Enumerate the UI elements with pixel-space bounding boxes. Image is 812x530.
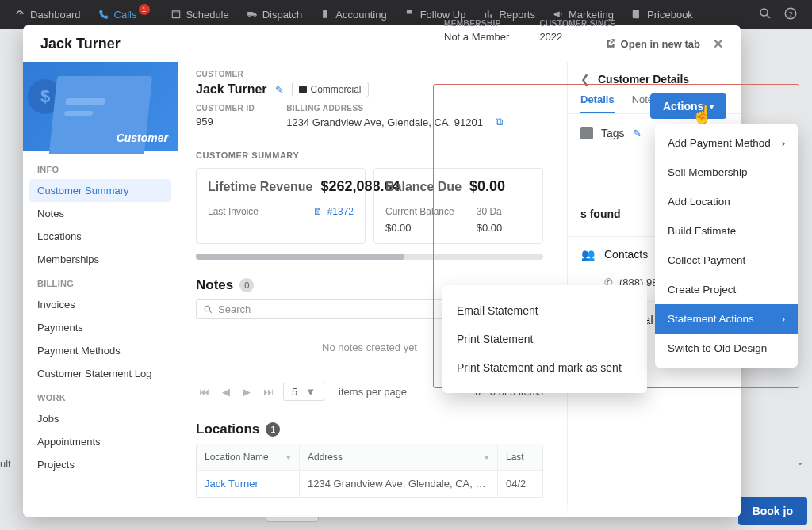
megaphone-icon [553, 9, 564, 20]
customer-name: Jack Turner [196, 82, 267, 97]
search-button[interactable] [758, 6, 772, 23]
help-button[interactable]: ? [783, 6, 798, 23]
search-icon [203, 304, 213, 315]
items-per-page-label: items per page [339, 386, 407, 398]
current-balance-value: $0.00 [385, 222, 454, 234]
sidebar-item-memberships[interactable]: Memberships [23, 248, 178, 271]
customer-since-label: CUSTOMER SINCE [539, 19, 615, 28]
customer-label: CUSTOMER [196, 70, 543, 78]
customer-since-value: 2022 [539, 31, 615, 43]
col-location-name[interactable]: Location Name▾ [197, 444, 300, 470]
chevron-right-icon: › [782, 138, 785, 149]
funnel-icon[interactable]: ▾ [485, 452, 489, 463]
sidebar-item-customer-summary[interactable]: Customer Summary [29, 179, 171, 202]
subaction-print-statement[interactable]: Print Statement [442, 325, 647, 353]
balance-due-value: $0.00 [469, 178, 505, 195]
top-nav: Dashboard Calls1 Schedule Dispatch Accou… [0, 0, 812, 29]
flag-icon [404, 9, 416, 20]
location-last-cell: 04/2 [498, 470, 542, 497]
lifetime-revenue-card: Lifetime Revenue$262,088.64 Last Invoice… [196, 168, 366, 244]
building-icon [299, 86, 307, 93]
customer-header-right: MEMBERSHIP Not a Member CUSTOMER SINCE 2… [444, 19, 615, 43]
truck-icon [247, 9, 258, 20]
calls-badge: 1 [139, 4, 150, 15]
tags-label: Tags [601, 127, 625, 139]
notes-search-input[interactable]: Search [196, 299, 481, 319]
nav-accounting[interactable]: Accounting [320, 9, 386, 21]
sidebar-item-jobs[interactable]: Jobs [23, 407, 178, 430]
notes-count-badge: 0 [239, 278, 254, 292]
last-invoice-link[interactable]: 🗎#1372 [313, 206, 354, 217]
open-in-new-tab[interactable]: Open in new tab [605, 38, 700, 50]
gauge-icon [14, 9, 25, 20]
calendar-icon [170, 9, 182, 20]
locations-table: Location Name▾ Address▾ Last Jack Turner… [196, 444, 543, 498]
sidebar-item-statement-log[interactable]: Customer Statement Log [23, 362, 178, 385]
thirty-day-value: $0.00 [477, 222, 503, 234]
sidebar-item-payments[interactable]: Payments [23, 316, 178, 339]
people-icon: 👥 [580, 248, 595, 261]
nav-pricebook[interactable]: Pricebook [631, 9, 693, 21]
pager-first[interactable]: ⏮ [196, 386, 213, 398]
pager-last[interactable]: ⏭ [260, 386, 277, 398]
customer-modal: Jack Turner Open in new tab ✕ $ Customer… [23, 25, 741, 517]
action-build-estimate[interactable]: Build Estimate [655, 216, 798, 246]
edit-customer-button[interactable]: ✎ [275, 84, 284, 96]
funnel-icon[interactable]: ▾ [286, 452, 291, 463]
action-create-project[interactable]: Create Project [655, 275, 798, 304]
sidebar-item-locations[interactable]: Locations [23, 225, 178, 248]
notes-header: Notes [196, 277, 233, 293]
nav-dashboard[interactable]: Dashboard [14, 9, 81, 21]
sidebar-group-billing: BILLING [23, 271, 178, 293]
nav-dispatch[interactable]: Dispatch [247, 9, 303, 21]
col-address[interactable]: Address▾ [300, 444, 498, 470]
balance-due-card: Balance Due$0.00 Current Balance$0.00 30… [373, 168, 543, 244]
pager-prev[interactable]: ◀ [219, 386, 233, 398]
action-collect-payment[interactable]: Collect Payment [655, 246, 798, 275]
bg-select-caret[interactable]: ⌄ [796, 456, 804, 467]
cursor-icon: ☝️ [691, 105, 713, 125]
clipboard-icon [320, 9, 331, 20]
sidebar-item-appointments[interactable]: Appointments [23, 430, 178, 453]
bg-book-job-button[interactable]: Book jo [738, 497, 807, 525]
statement-actions-submenu: Email Statement Print Statement Print St… [442, 285, 647, 393]
svg-point-0 [760, 9, 768, 16]
action-add-payment-method[interactable]: Add Payment Method› [655, 128, 798, 158]
tab-details[interactable]: Details [580, 93, 615, 113]
col-last[interactable]: Last [498, 444, 542, 470]
table-row[interactable]: Jack Turner 1234 Grandview Ave, Glendale… [197, 470, 542, 497]
details-header: Customer Details [598, 73, 689, 86]
sidebar-group-info: INFO [23, 157, 178, 179]
action-add-location[interactable]: Add Location [655, 187, 798, 216]
bar-chart-icon [483, 9, 494, 20]
pager-next[interactable]: ▶ [239, 386, 254, 398]
actions-button[interactable]: Actions▾ [650, 93, 726, 119]
sidebar-item-notes[interactable]: Notes [23, 202, 178, 225]
subaction-email-statement[interactable]: Email Statement [442, 296, 647, 325]
sidebar-item-projects[interactable]: Projects [23, 453, 178, 476]
close-modal-button[interactable]: ✕ [713, 36, 723, 51]
nav-schedule[interactable]: Schedule [170, 9, 229, 21]
action-sell-membership[interactable]: Sell Membership [655, 158, 798, 187]
notes-search-placeholder: Search [218, 303, 251, 315]
customer-type-chip: Commercial [292, 82, 369, 97]
help-icon: ? [783, 6, 798, 21]
action-statement-actions[interactable]: Statement Actions› [655, 304, 798, 334]
edit-tags-button[interactable]: ✎ [633, 128, 642, 139]
sidebar-item-payment-methods[interactable]: Payment Methods [23, 339, 178, 362]
action-switch-old-design[interactable]: Switch to Old Design [655, 334, 798, 363]
collapse-details-button[interactable]: ❮ [580, 73, 590, 86]
hero-label: Customer [117, 132, 168, 144]
nav-calls[interactable]: Calls1 [98, 9, 153, 21]
subaction-print-mark-sent[interactable]: Print Statement and mark as sent [442, 353, 647, 382]
billing-address: 1234 Grandview Ave, Glendale, CA, 91201 … [286, 116, 502, 128]
svg-point-3 [205, 306, 210, 311]
items-per-page-select[interactable]: 5▼ [283, 383, 324, 401]
sidebar-item-invoices[interactable]: Invoices [23, 293, 178, 316]
location-name-cell[interactable]: Jack Turner [197, 470, 300, 497]
modal-title: Jack Turner [40, 36, 121, 52]
cards-scrollbar[interactable] [196, 254, 543, 260]
address-external-link[interactable]: ⧉ [496, 116, 503, 128]
customer-hero: $ Customer [23, 62, 178, 151]
svg-text:?: ? [788, 9, 793, 17]
